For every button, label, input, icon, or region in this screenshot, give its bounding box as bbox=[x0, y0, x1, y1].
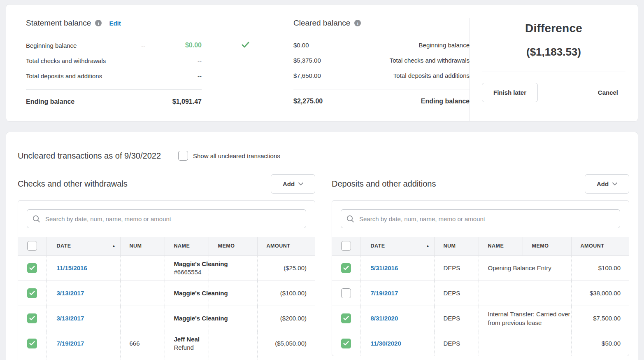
checks-section: Checks and other withdrawals Add DATE▲ bbox=[18, 167, 315, 360]
name-memo-cell bbox=[479, 331, 571, 356]
checks-search-input[interactable] bbox=[27, 209, 306, 228]
divider bbox=[482, 72, 625, 72]
table-row: 11/15/2016Maggie's Cleaning#6665554($25.… bbox=[18, 255, 315, 281]
amount-cell: $38,000.00 bbox=[571, 281, 629, 306]
add-deposit-button[interactable]: Add bbox=[585, 174, 629, 194]
row-check bbox=[202, 42, 250, 49]
table-header-row: DATE▲ NUM NAME MEMO AMOUNT bbox=[18, 237, 315, 255]
divider bbox=[26, 89, 202, 90]
add-withdrawal-button[interactable]: Add bbox=[271, 174, 315, 194]
row-checkbox[interactable] bbox=[27, 339, 37, 348]
row-checkbox[interactable] bbox=[341, 313, 351, 323]
table-row: 8/31/2020DEPSInternal Transfer: Carried … bbox=[332, 306, 629, 331]
chevron-down-icon bbox=[612, 182, 617, 185]
name-cell: Maggie's Cleaning bbox=[165, 281, 209, 306]
row-checkbox[interactable] bbox=[27, 288, 37, 298]
cleared-balance-title: Cleared balance bbox=[293, 19, 350, 28]
select-all-checkbox[interactable] bbox=[341, 241, 351, 251]
row-label: Beginning balance bbox=[26, 42, 141, 49]
table-row: 3/13/2017Maggie's Cleaning($200.00) bbox=[18, 306, 315, 331]
table-row bbox=[18, 356, 315, 360]
row-select-cell bbox=[332, 331, 360, 356]
checks-panel: DATE▲ NUM NAME MEMO AMOUNT 11/15/2016Mag… bbox=[18, 200, 315, 360]
row-value: $0.00 bbox=[163, 42, 202, 49]
cleared-ending-row: $2,275.00 Ending balance bbox=[293, 98, 470, 105]
table-header-row: DATE▲ NUM NAME MEMO AMOUNT bbox=[332, 237, 629, 255]
table-row: 11/30/2020DEPS$50.00 bbox=[332, 331, 629, 356]
column-header-name[interactable]: NAME bbox=[165, 237, 209, 255]
row-select-cell bbox=[18, 331, 46, 356]
column-header-name[interactable]: NAME bbox=[479, 237, 523, 255]
date-link[interactable]: 3/13/2017 bbox=[57, 290, 84, 297]
num-cell bbox=[120, 255, 165, 281]
difference-amount: ($1,183.53) bbox=[482, 46, 625, 58]
statement-balance-section: Statement balance i Edit Beginning balan… bbox=[6, 5, 250, 121]
amount-cell: ($5,050.00) bbox=[257, 331, 315, 356]
row-select-cell bbox=[332, 306, 360, 331]
row-checkbox[interactable] bbox=[341, 288, 351, 298]
column-header-num[interactable]: NUM bbox=[434, 237, 479, 255]
ending-balance-value: $2,275.00 bbox=[293, 98, 323, 105]
date-link[interactable]: 7/19/2017 bbox=[57, 340, 84, 347]
memo-cell bbox=[209, 255, 257, 281]
row-checkbox[interactable] bbox=[27, 313, 37, 323]
difference-title: Difference bbox=[482, 22, 625, 35]
name-cell: Maggie's Cleaning bbox=[165, 306, 209, 331]
cleared-balance-section: Cleared balance i $0.00 Beginning balanc… bbox=[293, 5, 470, 121]
date-cell: 8/31/2020 bbox=[360, 306, 434, 331]
num-cell: DEPS bbox=[434, 306, 479, 331]
date-link[interactable]: 11/15/2016 bbox=[57, 264, 87, 271]
deposits-section: Deposits and other additions Add DATE▲ bbox=[332, 167, 629, 360]
date-cell: 11/30/2020 bbox=[360, 331, 434, 356]
ending-balance-label: Ending balance bbox=[421, 98, 470, 105]
date-link[interactable]: 8/31/2020 bbox=[371, 315, 398, 322]
deposits-search-input[interactable] bbox=[341, 209, 620, 228]
column-header-memo[interactable]: MEMO bbox=[209, 237, 257, 255]
chevron-down-icon bbox=[298, 182, 303, 185]
uncleared-title: Uncleared transactions as of 9/30/2022 bbox=[18, 151, 161, 161]
name-cell: Jeff NealRefund bbox=[165, 331, 209, 356]
column-header-date[interactable]: DATE▲ bbox=[46, 237, 120, 255]
row-label: Total deposits and additions bbox=[393, 72, 470, 79]
row-select-cell bbox=[332, 281, 360, 306]
row-old-value: -- bbox=[141, 42, 163, 49]
reconcile-summary-card: Statement balance i Edit Beginning balan… bbox=[6, 4, 638, 122]
deposits-table: DATE▲ NUM NAME MEMO AMOUNT 5/31/2016DEPS… bbox=[332, 237, 629, 356]
select-all-checkbox[interactable] bbox=[27, 241, 37, 251]
statement-ending-row: Ending balance $1,091.47 bbox=[26, 98, 250, 105]
row-value: -- bbox=[163, 72, 202, 79]
date-link[interactable]: 11/30/2020 bbox=[371, 340, 401, 347]
row-checkbox[interactable] bbox=[27, 263, 37, 273]
row-select-cell bbox=[332, 255, 360, 281]
amount-cell: $50.00 bbox=[571, 331, 629, 356]
column-header-amount[interactable]: AMOUNT bbox=[257, 237, 315, 255]
column-header-num[interactable]: NUM bbox=[120, 237, 165, 255]
memo-cell bbox=[209, 331, 257, 356]
info-icon[interactable]: i bbox=[95, 20, 102, 26]
edit-statement-link[interactable]: Edit bbox=[109, 20, 121, 27]
date-link[interactable]: 3/13/2017 bbox=[57, 315, 84, 322]
date-link[interactable]: 7/19/2017 bbox=[371, 290, 398, 297]
date-link[interactable]: 5/31/2016 bbox=[371, 264, 398, 271]
deposits-panel: DATE▲ NUM NAME MEMO AMOUNT 5/31/2016DEPS… bbox=[332, 200, 629, 356]
checks-title: Checks and other withdrawals bbox=[18, 179, 128, 189]
finish-later-button[interactable]: Finish later bbox=[482, 83, 538, 102]
cleared-row: $7,650.00 Total deposits and additions bbox=[293, 72, 470, 79]
name-memo-cell: Internal Transfer: Carried over from pre… bbox=[479, 306, 571, 331]
cleared-row: $5,375.00 Total checks and withdrawals bbox=[293, 57, 470, 64]
row-checkbox[interactable] bbox=[341, 263, 351, 273]
num-cell: DEPS bbox=[434, 331, 479, 356]
show-all-checkbox[interactable] bbox=[178, 151, 188, 161]
sort-asc-icon: ▲ bbox=[426, 244, 430, 248]
column-header-amount[interactable]: AMOUNT bbox=[571, 237, 629, 255]
info-icon[interactable]: i bbox=[354, 20, 361, 26]
cancel-button[interactable]: Cancel bbox=[598, 89, 625, 96]
row-checkbox[interactable] bbox=[341, 339, 351, 348]
date-cell: 3/13/2017 bbox=[46, 281, 120, 306]
row-select-cell bbox=[18, 281, 46, 306]
column-header-date[interactable]: DATE▲ bbox=[360, 237, 434, 255]
deposits-title: Deposits and other additions bbox=[332, 179, 436, 189]
name-cell: Maggie's Cleaning#6665554 bbox=[165, 255, 209, 281]
num-cell: DEPS bbox=[434, 281, 479, 306]
column-header-memo[interactable]: MEMO bbox=[523, 237, 571, 255]
